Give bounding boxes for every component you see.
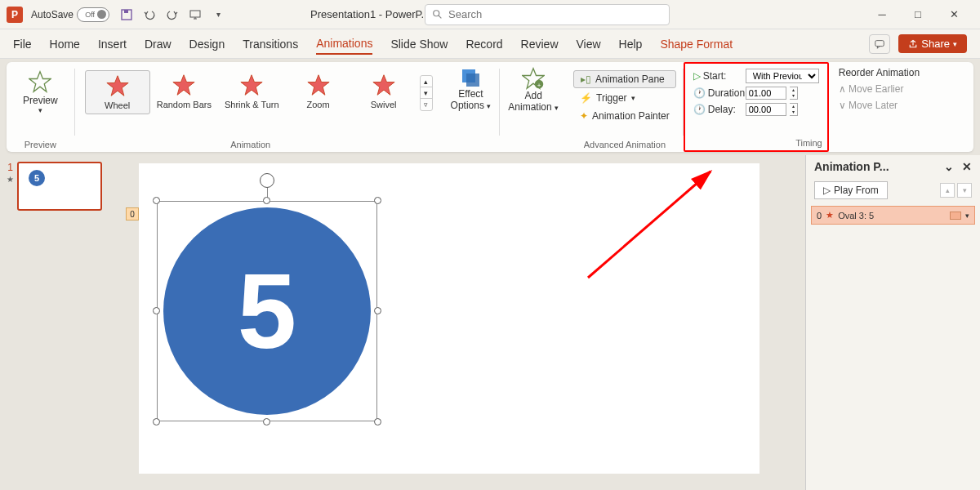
svg-rect-1 [124, 10, 128, 13]
selected-shape[interactable]: 5 [157, 201, 377, 421]
resize-handle[interactable] [153, 197, 160, 204]
pane-close-button[interactable]: ✕ [962, 160, 972, 173]
duration-input[interactable] [746, 87, 786, 100]
redo-icon[interactable] [165, 7, 180, 22]
tab-shape-format[interactable]: Shape Format [660, 34, 733, 54]
slide-editor[interactable]: 0 5 [122, 155, 805, 490]
oval-shape[interactable]: 5 [163, 207, 371, 415]
move-earlier-button[interactable]: ∧ Move Earlier [839, 83, 920, 95]
tab-animations[interactable]: Animations [316, 33, 372, 55]
slide-thumbnails: 1 ★ 5 [0, 155, 122, 490]
thumb-shape: 5 [29, 170, 45, 186]
svg-marker-7 [107, 76, 128, 96]
star-icon [307, 74, 330, 96]
svg-rect-13 [466, 74, 479, 87]
svg-marker-9 [241, 75, 262, 96]
svg-rect-2 [190, 11, 200, 17]
comments-button[interactable] [869, 34, 890, 54]
resize-handle[interactable] [153, 307, 160, 314]
resize-handle[interactable] [263, 197, 270, 204]
timeline-bar[interactable] [950, 212, 961, 220]
rotate-handle[interactable] [260, 173, 274, 188]
search-box[interactable]: Search [425, 4, 670, 25]
star-icon [172, 74, 195, 96]
reorder-group: Reorder Animation ∧ Move Earlier ∨ Move … [829, 62, 929, 152]
svg-marker-6 [29, 72, 51, 92]
resize-handle[interactable] [263, 418, 270, 425]
animation-gallery-group: Wheel Random Bars Shrink & Turn Zoom Swi… [75, 62, 443, 152]
move-up-button[interactable]: ▴ [940, 183, 955, 198]
animation-order-tag[interactable]: 0 [126, 207, 139, 220]
pane-icon: ▸▯ [581, 74, 591, 85]
search-icon [432, 9, 443, 20]
ribbon-tabs: File Home Insert Draw Design Transitions… [0, 29, 980, 59]
chevron-down-icon[interactable]: ⌄ [944, 160, 954, 173]
tab-home[interactable]: Home [50, 34, 80, 54]
tab-help[interactable]: Help [619, 34, 643, 54]
animation-list-item[interactable]: 0 ★ Oval 3: 5 ▾ [811, 206, 975, 225]
delay-input[interactable] [746, 103, 786, 116]
move-down-button[interactable]: ▾ [957, 183, 972, 198]
save-icon[interactable] [119, 7, 134, 22]
svg-marker-11 [372, 75, 394, 96]
gallery-scroll[interactable]: ▴▾▿ [420, 75, 433, 111]
preview-button[interactable]: Preview ▾ [13, 65, 68, 119]
anim-swivel[interactable]: Swivel [351, 70, 416, 113]
tab-insert[interactable]: Insert [98, 34, 127, 54]
move-later-button[interactable]: ∨ Move Later [839, 100, 920, 111]
slide-number: 1 [7, 162, 13, 173]
autosave-toggle[interactable]: Off [77, 7, 109, 22]
effect-options-button[interactable]: Effect Options ▾ [443, 62, 500, 152]
svg-text:+: + [537, 82, 541, 89]
painter-icon: ✦ [580, 110, 588, 122]
toggle-knob [97, 10, 106, 19]
star-icon [106, 74, 129, 97]
resize-handle[interactable] [153, 418, 160, 425]
tab-review[interactable]: Review [521, 34, 559, 54]
maximize-button[interactable]: □ [910, 7, 926, 23]
minimize-button[interactable]: ─ [874, 7, 890, 23]
tab-view[interactable]: View [577, 34, 601, 54]
start-select[interactable]: With Previous [746, 69, 819, 83]
resize-handle[interactable] [374, 418, 381, 425]
tab-design[interactable]: Design [189, 34, 225, 54]
quick-access-toolbar: ▾ [119, 7, 225, 22]
slide-canvas[interactable]: 0 5 [139, 163, 760, 474]
delay-spinner[interactable]: ▴▾ [790, 103, 798, 116]
svg-line-4 [439, 15, 442, 18]
animation-pane: Animation P... ⌄ ✕ ▷ Play From ▴ ▾ 0 ★ O… [805, 155, 980, 490]
trigger-button[interactable]: ⚡Trigger ▾ [573, 90, 676, 106]
resize-handle[interactable] [374, 197, 381, 204]
anim-shrink-turn[interactable]: Shrink & Turn [218, 70, 286, 113]
preview-star-icon [29, 70, 51, 93]
present-icon[interactable] [188, 7, 203, 22]
close-button[interactable]: ✕ [946, 7, 962, 23]
tab-slideshow[interactable]: Slide Show [390, 34, 448, 54]
add-animation-button[interactable]: + Add Animation ▾ [500, 62, 567, 152]
animation-pane-button[interactable]: ▸▯Animation Pane [573, 70, 676, 88]
tab-transitions[interactable]: Transitions [243, 34, 298, 54]
duration-spinner[interactable]: ▴▾ [790, 87, 798, 100]
anim-zoom[interactable]: Zoom [286, 70, 351, 113]
animation-painter-button[interactable]: ✦Animation Painter [573, 108, 676, 124]
item-menu-icon[interactable]: ▾ [965, 212, 969, 220]
autosave-label: AutoSave [31, 9, 74, 20]
qat-more-icon[interactable]: ▾ [211, 7, 225, 22]
play-icon: ▷ [693, 70, 701, 82]
resize-handle[interactable] [374, 307, 381, 314]
undo-icon[interactable] [142, 7, 157, 22]
tab-file[interactable]: File [13, 34, 32, 54]
tab-draw[interactable]: Draw [145, 34, 172, 54]
anim-random-bars[interactable]: Random Bars [150, 70, 218, 113]
search-placeholder: Search [448, 8, 482, 20]
title-bar: P AutoSave Off ▾ Presentation1 - PowerP.… [0, 0, 980, 29]
tab-record[interactable]: Record [466, 34, 502, 54]
clock-icon: 🕐 [693, 87, 706, 99]
document-title: Presentation1 - PowerP... [310, 8, 430, 20]
play-from-button[interactable]: ▷ Play From [814, 181, 888, 199]
slide-thumbnail-1[interactable]: 5 [17, 162, 102, 211]
app-icon: P [7, 7, 23, 23]
share-button[interactable]: Share▾ [898, 34, 967, 53]
window-controls: ─ □ ✕ [874, 7, 973, 23]
anim-wheel[interactable]: Wheel [85, 70, 150, 114]
